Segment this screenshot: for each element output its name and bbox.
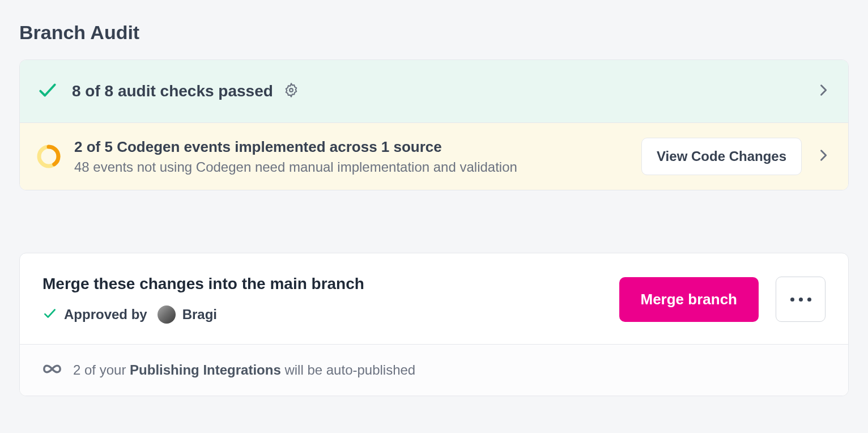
footer-prefix: 2 of your [73,362,130,377]
merge-left: Merge these changes into the main branch… [42,275,608,324]
infinity-icon [42,359,62,381]
audit-card: 8 of 8 audit checks passed [19,60,849,190]
audit-codegen-row[interactable]: 2 of 5 Codegen events implemented across… [20,122,848,190]
footer-suffix: will be auto-published [281,362,415,377]
merge-card: Merge these changes into the main branch… [19,253,849,396]
approved-by-label: Approved by [64,307,147,322]
approved-row: Approved by Bragi [42,305,608,324]
view-code-changes-button[interactable]: View Code Changes [641,138,802,175]
chevron-right-icon [815,147,831,165]
audit-success-row[interactable]: 8 of 8 audit checks passed [20,60,848,122]
more-icon [790,298,811,302]
footer-bold: Publishing Integrations [130,362,281,377]
avatar [158,305,176,324]
page-container: Branch Audit 8 of 8 audit checks passed [0,0,868,418]
approver-name: Bragi [182,307,217,322]
gear-icon[interactable] [283,82,299,100]
svg-point-0 [290,88,293,92]
codegen-text-wrap: 2 of 5 Codegen events implemented across… [74,138,517,175]
progress-ring-icon [37,145,61,168]
merge-title: Merge these changes into the main branch [42,275,608,293]
check-icon [42,306,57,323]
merge-footer: 2 of your Publishing Integrations will b… [20,344,848,396]
merge-top: Merge these changes into the main branch… [20,253,848,344]
footer-text: 2 of your Publishing Integrations will b… [73,362,415,378]
codegen-subtitle: 48 events not using Codegen need manual … [74,159,517,175]
check-icon [37,79,58,103]
page-title: Branch Audit [19,22,849,44]
audit-success-text: 8 of 8 audit checks passed [72,82,273,100]
merge-branch-button[interactable]: Merge branch [619,277,759,322]
codegen-title: 2 of 5 Codegen events implemented across… [74,138,517,156]
chevron-right-icon [815,82,831,100]
more-options-button[interactable] [776,277,826,322]
